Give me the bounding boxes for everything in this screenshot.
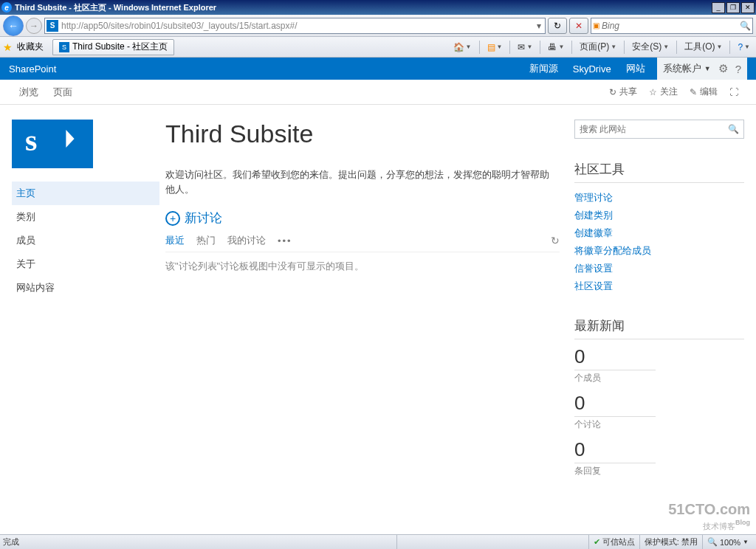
status-trusted[interactable]: ✔可信站点 bbox=[588, 535, 639, 549]
browser-search-box[interactable]: ▣ 🔍 bbox=[591, 18, 753, 34]
main-column: Third Subsite 欢迎访问社区。我们希望收到您的来信。提出问题，分享您… bbox=[159, 112, 574, 534]
search-icon[interactable]: 🔍 bbox=[728, 124, 739, 134]
filter-more[interactable]: ••• bbox=[278, 235, 292, 246]
sidenav-about[interactable]: 关于 bbox=[12, 252, 159, 276]
new-discussion-button[interactable]: + 新讨论 bbox=[165, 210, 560, 227]
window-titlebar: e Third Subsite - 社区主页 - Windows Interne… bbox=[0, 0, 756, 15]
feeds-button[interactable]: ▤▼ bbox=[484, 42, 506, 52]
search-icon[interactable]: 🔍 bbox=[740, 21, 751, 31]
url-input[interactable] bbox=[61, 19, 535, 32]
site-search-box[interactable]: 🔍 bbox=[574, 120, 744, 139]
tool-reputation-settings[interactable]: 信誉设置 bbox=[574, 260, 744, 277]
sidenav-members[interactable]: 成员 bbox=[12, 229, 159, 252]
status-done: 完成 bbox=[3, 536, 19, 548]
welcome-text: 欢迎访问社区。我们希望收到您的来信。提出问题，分享您的想法，发挥您的聪明才智帮助… bbox=[165, 168, 549, 196]
close-button[interactable]: ✕ bbox=[741, 2, 755, 13]
browser-tab[interactable]: S Third Subsite - 社区主页 bbox=[52, 39, 174, 55]
suite-link-newsfeed[interactable]: 新闻源 bbox=[522, 62, 566, 75]
browser-search-input[interactable] bbox=[602, 21, 740, 31]
address-bar[interactable]: S ▾ bbox=[44, 18, 546, 34]
ribbon-row: 浏览 页面 ↻共享 ☆关注 ✎编辑 ⛶ bbox=[0, 80, 756, 105]
browser-statusbar: 完成 ✔可信站点 保护模式: 禁用 🔍100%▼ bbox=[0, 534, 756, 549]
tools-menu[interactable]: 工具(O)▼ bbox=[681, 41, 725, 53]
safety-menu[interactable]: 安全(S)▼ bbox=[629, 41, 672, 53]
discussion-filters: 最近 热门 我的讨论 ••• ↻ bbox=[165, 234, 560, 252]
mail-icon: ✉ bbox=[518, 42, 525, 52]
focus-action[interactable]: ⛶ bbox=[724, 87, 744, 97]
site-icon: S bbox=[47, 20, 58, 32]
filter-hot[interactable]: 热门 bbox=[196, 234, 216, 247]
focus-icon: ⛶ bbox=[729, 87, 738, 97]
page-menu[interactable]: 页面(P)▼ bbox=[577, 41, 619, 53]
community-tools-title: 社区工具 bbox=[574, 161, 744, 183]
status-empty-seg bbox=[396, 535, 588, 549]
sidenav-categories[interactable]: 类别 bbox=[12, 205, 159, 229]
tool-manage-discussions[interactable]: 管理讨论 bbox=[574, 189, 744, 207]
share-action[interactable]: ↻共享 bbox=[603, 86, 643, 98]
sharepoint-brand: SharePoint bbox=[9, 63, 56, 75]
bing-icon: ▣ bbox=[593, 21, 599, 30]
site-search-input[interactable] bbox=[580, 124, 728, 134]
pencil-icon: ✎ bbox=[690, 87, 697, 97]
sidenav-contents[interactable]: 网站内容 bbox=[12, 276, 159, 300]
left-column: 主页 类别 成员 关于 网站内容 bbox=[12, 112, 159, 534]
refresh-icon[interactable]: ↻ bbox=[551, 235, 560, 246]
mail-button[interactable]: ✉▼ bbox=[515, 42, 535, 52]
rss-icon: ▤ bbox=[487, 42, 495, 52]
sharepoint-logo[interactable] bbox=[12, 120, 93, 168]
browser-navbar: ← → S ▾ ↻ ✕ ▣ 🔍 bbox=[0, 15, 756, 37]
follow-action[interactable]: ☆关注 bbox=[643, 86, 684, 98]
back-button[interactable]: ← bbox=[3, 15, 24, 36]
tab-favicon: S bbox=[59, 42, 69, 52]
account-menu[interactable]: 系统帐户 ▼ bbox=[663, 62, 711, 75]
zoom-control[interactable]: 🔍100%▼ bbox=[702, 535, 753, 549]
ie-icon: e bbox=[1, 2, 12, 13]
suite-link-skydrive[interactable]: SkyDrive bbox=[566, 63, 619, 75]
news-title: 最新新闻 bbox=[574, 317, 744, 339]
plus-circle-icon: + bbox=[165, 211, 180, 226]
minimize-button[interactable]: _ bbox=[712, 2, 725, 13]
side-navigation: 主页 类别 成员 关于 网站内容 bbox=[12, 182, 159, 300]
favorites-label[interactable]: 收藏夹 bbox=[17, 41, 44, 53]
status-protected: 保护模式: 禁用 bbox=[639, 535, 702, 549]
ribbon-tab-page[interactable]: 页面 bbox=[46, 81, 80, 103]
sharepoint-suitebar: SharePoint 新闻源 SkyDrive 网站 系统帐户 ▼ ⚙ ? bbox=[0, 58, 756, 80]
ribbon-tab-browse[interactable]: 浏览 bbox=[12, 81, 46, 103]
share-icon: ↻ bbox=[609, 87, 616, 97]
tool-assign-badges[interactable]: 将徽章分配给成员 bbox=[574, 242, 744, 260]
home-button[interactable]: 🏠▼ bbox=[450, 42, 475, 52]
favorites-star-icon[interactable]: ★ bbox=[3, 41, 13, 53]
chevron-down-icon: ▼ bbox=[704, 65, 711, 72]
window-title: Third Subsite - 社区主页 - Windows Internet … bbox=[15, 2, 712, 13]
community-tools-list: 管理讨论 创建类别 创建徽章 将徽章分配给成员 信誉设置 社区设置 bbox=[574, 189, 744, 295]
refresh-button[interactable]: ↻ bbox=[548, 18, 567, 34]
help-button[interactable]: ?▼ bbox=[735, 42, 753, 52]
zoom-icon: 🔍 bbox=[707, 537, 718, 547]
suite-help-icon[interactable]: ? bbox=[735, 63, 741, 75]
maximize-button[interactable]: ❐ bbox=[726, 2, 740, 13]
home-icon: 🏠 bbox=[453, 42, 464, 52]
print-icon: 🖶 bbox=[548, 42, 557, 52]
tool-create-category[interactable]: 创建类别 bbox=[574, 207, 744, 224]
content-area: 主页 类别 成员 关于 网站内容 Third Subsite 欢迎访问社区。我们… bbox=[0, 105, 756, 534]
tool-community-settings[interactable]: 社区设置 bbox=[574, 277, 744, 295]
suite-link-sites[interactable]: 网站 bbox=[619, 62, 653, 75]
forward-button[interactable]: → bbox=[26, 18, 42, 34]
stop-button[interactable]: ✕ bbox=[569, 18, 588, 34]
filter-recent[interactable]: 最近 bbox=[165, 234, 185, 247]
print-button[interactable]: 🖶▼ bbox=[545, 42, 567, 52]
sidenav-home[interactable]: 主页 bbox=[12, 182, 159, 205]
page-title: Third Subsite bbox=[165, 120, 560, 148]
empty-message: 该"讨论列表"讨论板视图中没有可显示的项目。 bbox=[165, 252, 560, 280]
edit-action[interactable]: ✎编辑 bbox=[684, 86, 724, 98]
stat-members: 0 个成员 bbox=[574, 345, 744, 384]
favorites-bar: ★ 收藏夹 S Third Subsite - 社区主页 🏠▼ ▤▼ ✉▼ 🖶▼… bbox=[0, 37, 756, 58]
stat-replies: 0 条回复 bbox=[574, 438, 744, 477]
stat-discussions: 0 个讨论 bbox=[574, 392, 744, 431]
help-icon: ? bbox=[738, 42, 743, 52]
tool-create-badge[interactable]: 创建徽章 bbox=[574, 224, 744, 242]
right-column: 🔍 社区工具 管理讨论 创建类别 创建徽章 将徽章分配给成员 信誉设置 社区设置… bbox=[574, 112, 744, 534]
url-dropdown-icon[interactable]: ▾ bbox=[535, 21, 543, 31]
gear-icon[interactable]: ⚙ bbox=[718, 62, 728, 75]
filter-mine[interactable]: 我的讨论 bbox=[227, 234, 266, 247]
